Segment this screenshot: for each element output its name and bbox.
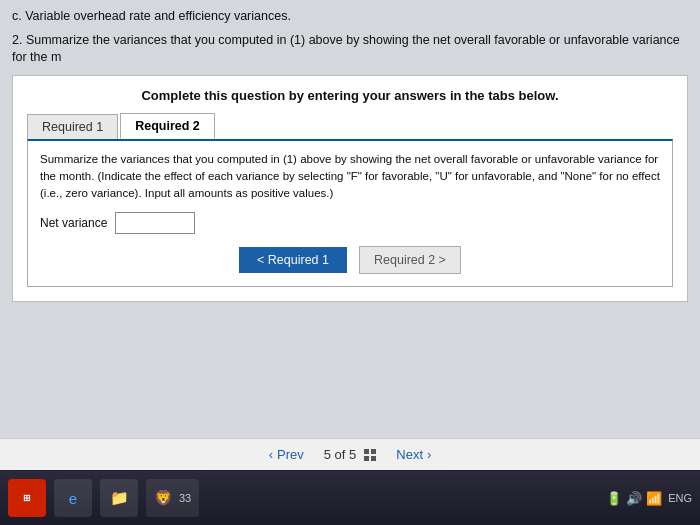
nav-buttons-row: < Required 1 Required 2 > bbox=[40, 246, 660, 274]
tab-required1[interactable]: Required 1 bbox=[27, 114, 118, 139]
taskbar: ⊞ e 📁 🦁 33 🔋 🔊 📶 ENG bbox=[0, 471, 700, 525]
tab-required2[interactable]: Required 2 bbox=[120, 113, 215, 139]
net-variance-label: Net variance bbox=[40, 216, 107, 230]
prev-label: Prev bbox=[277, 447, 304, 462]
tab-content: Summarize the variances that you compute… bbox=[27, 139, 673, 288]
prev-chevron-icon: ‹ bbox=[269, 447, 273, 462]
system-icons: 🔋 🔊 📶 bbox=[606, 491, 662, 506]
white-box: Complete this question by entering your … bbox=[12, 75, 688, 303]
tab-description: Summarize the variances that you compute… bbox=[40, 151, 660, 203]
taskbar-item-33[interactable]: 🦁 33 bbox=[146, 479, 199, 517]
start-button[interactable]: ⊞ bbox=[8, 479, 46, 517]
net-variance-row: Net variance bbox=[40, 212, 660, 234]
grid-view-icon[interactable] bbox=[364, 449, 376, 461]
next-chevron-icon: › bbox=[427, 447, 431, 462]
page-number: 5 of 5 bbox=[324, 447, 357, 462]
question-number: 2. Summarize the variances that you comp… bbox=[12, 32, 688, 67]
complete-label: Complete this question by entering your … bbox=[27, 88, 673, 103]
next-link[interactable]: Next › bbox=[396, 447, 431, 462]
prev-required-button[interactable]: < Required 1 bbox=[239, 247, 347, 273]
battery-icon: 🔋 bbox=[606, 491, 622, 506]
content-area: c. Variable overhead rate and efficiency… bbox=[0, 0, 700, 465]
taskbar-right: 🔋 🔊 📶 ENG bbox=[606, 491, 692, 506]
top-text: c. Variable overhead rate and efficiency… bbox=[12, 8, 688, 26]
prev-link[interactable]: ‹ Prev bbox=[269, 447, 304, 462]
taskbar-file-explorer[interactable]: 📁 bbox=[100, 479, 138, 517]
volume-icon: 🔊 bbox=[626, 491, 642, 506]
net-variance-input[interactable] bbox=[115, 212, 195, 234]
next-label: Next bbox=[396, 447, 423, 462]
page-info: 5 of 5 bbox=[324, 447, 377, 462]
bottom-nav: ‹ Prev 5 of 5 Next › bbox=[0, 438, 700, 470]
network-icon: 📶 bbox=[646, 491, 662, 506]
screen: c. Variable overhead rate and efficiency… bbox=[0, 0, 700, 525]
tabs-row: Required 1 Required 2 bbox=[27, 113, 673, 139]
taskbar-search[interactable]: e bbox=[54, 479, 92, 517]
next-required-button[interactable]: Required 2 > bbox=[359, 246, 461, 274]
system-time: ENG bbox=[668, 492, 692, 504]
